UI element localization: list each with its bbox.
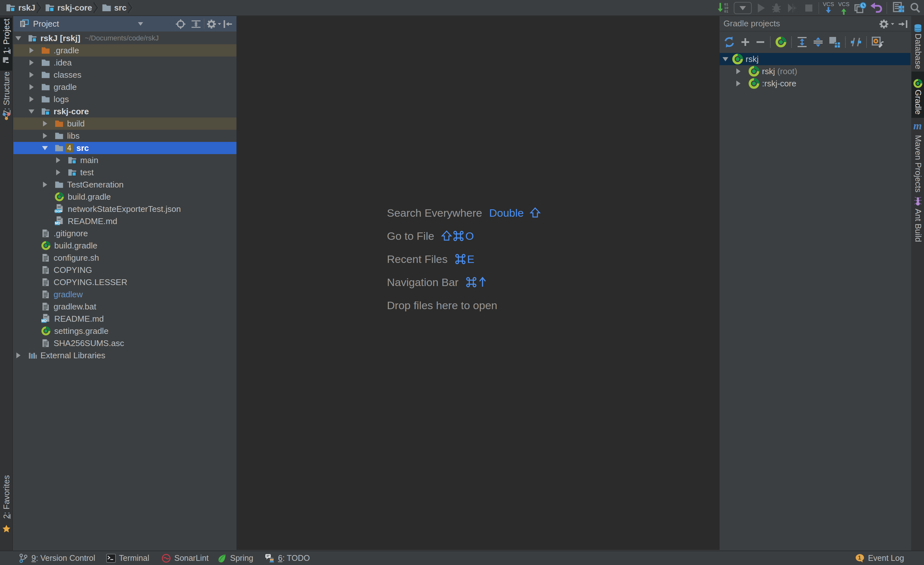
svg-text:1: 1 bbox=[858, 555, 861, 561]
svg-text:01: 01 bbox=[724, 10, 729, 14]
svg-text:VCS: VCS bbox=[823, 1, 834, 8]
svg-text:VCS: VCS bbox=[838, 1, 850, 8]
